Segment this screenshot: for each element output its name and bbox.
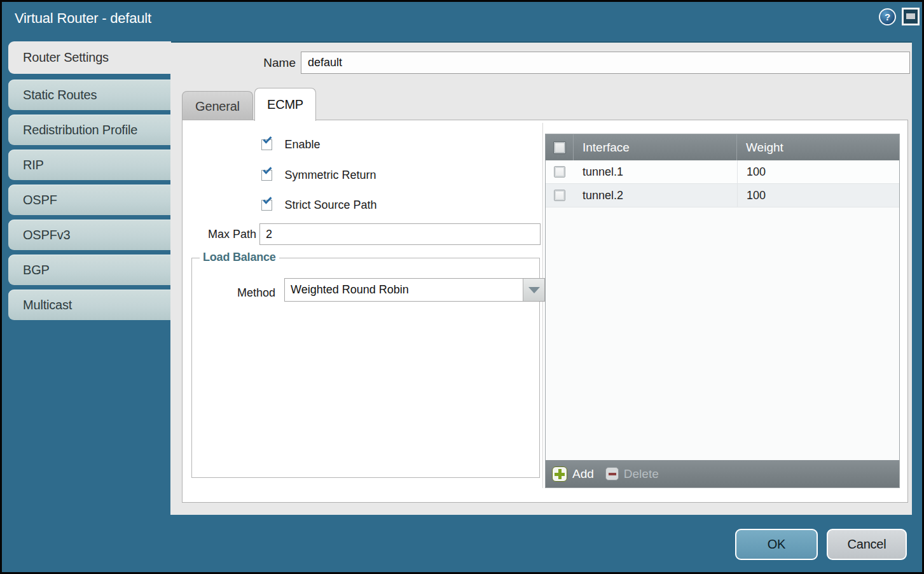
popout-window-icon-bar [906,13,915,19]
name-input[interactable] [301,52,910,74]
row-checkbox[interactable] [554,166,565,178]
dialog-title: Virtual Router - default [15,10,151,27]
virtual-router-dialog: Virtual Router - default ? Router Settin… [0,0,924,574]
max-path-label: Max Path [195,228,256,241]
load-balance-legend: Load Balance [200,251,279,264]
add-button[interactable]: Add [552,466,594,482]
column-header-interface[interactable]: Interface [574,134,737,160]
method-label: Method [215,286,275,300]
sidebar-item-static-routes[interactable]: Static Routes [8,80,170,110]
select-all-checkbox[interactable] [553,141,566,154]
minus-icon [605,467,619,480]
add-button-label: Add [572,467,594,481]
check-icon [263,165,272,174]
table-row[interactable]: tunnel.1 100 [546,160,899,184]
check-icon [263,134,272,143]
weight-cell: 100 [737,160,899,183]
table-header: Interface Weight [546,134,899,160]
symmetric-return-checkbox[interactable] [261,170,272,181]
plus-icon [552,466,567,482]
popout-window-icon[interactable] [902,8,920,25]
max-path-input[interactable] [259,223,541,245]
ecmp-tab-content: Enable Symmetric Return Strict Source Pa… [182,120,908,503]
tab-general[interactable]: General [182,91,253,120]
sidebar-item-redistribution-profile[interactable]: Redistribution Profile [8,115,170,145]
enable-label: Enable [284,138,320,151]
table-row[interactable]: tunnel.2 100 [546,184,899,207]
method-dropdown[interactable]: Weighted Round Robin [284,278,545,302]
row-checkbox-cell [546,190,574,201]
load-balance-fieldset: Load Balance Method Weighted Round Robin [191,258,540,478]
interface-cell: tunnel.2 [574,189,737,202]
ok-button[interactable]: OK [735,529,818,560]
method-dropdown-button[interactable] [523,279,544,301]
strict-source-path-label: Strict Source Path [284,199,376,212]
enable-row: Enable [261,138,321,152]
sidebar-item-router-settings[interactable]: Router Settings [8,41,171,74]
symmetric-return-label: Symmetric Return [284,169,376,182]
sidebar-item-rip[interactable]: RIP [8,150,170,180]
row-checkbox-cell [546,166,574,178]
symmetric-return-row: Symmetric Return [261,169,376,183]
table-footer-toolbar: Add Delete [546,460,899,487]
table-header-checkbox-cell [546,134,574,160]
name-label: Name [212,56,296,70]
sidebar-item-multicast[interactable]: Multicast [8,290,170,320]
table-empty-area [546,207,899,460]
ecmp-form-region: Enable Symmetric Return Strict Source Pa… [183,123,543,488]
sidebar-item-bgp[interactable]: BGP [8,255,170,285]
sidebar-item-ospf[interactable]: OSPF [8,185,170,215]
interface-cell: tunnel.1 [574,165,737,179]
ecmp-interface-table: Interface Weight tunnel.1 100 tunnel.2 1… [545,134,900,488]
sidebar-item-ospfv3[interactable]: OSPFv3 [8,220,170,250]
weight-cell: 100 [737,184,899,207]
strict-source-path-row: Strict Source Path [261,199,377,213]
chevron-down-icon [528,287,540,293]
help-icon[interactable]: ? [879,8,896,25]
strict-source-path-checkbox[interactable] [261,200,272,211]
column-header-weight[interactable]: Weight [737,134,899,160]
delete-button[interactable]: Delete [605,467,659,481]
check-icon [263,195,272,204]
enable-checkbox[interactable] [261,139,272,150]
method-dropdown-value: Weighted Round Robin [291,283,409,297]
delete-button-label: Delete [624,467,659,481]
row-checkbox[interactable] [554,190,565,201]
cancel-button[interactable]: Cancel [827,529,907,560]
tab-ecmp[interactable]: ECMP [254,88,316,121]
